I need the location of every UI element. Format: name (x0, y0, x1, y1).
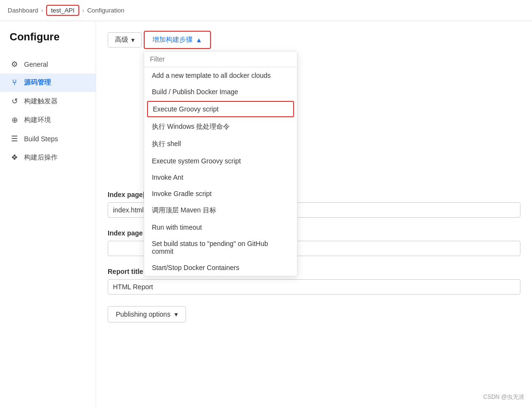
add-step-arrow-icon: ▲ (196, 36, 202, 44)
content-area: 高级 ▾ 增加构建步骤 ▲ Add a new template to all … (96, 21, 532, 407)
dropdown-item[interactable]: Execute Groovy script (147, 101, 294, 117)
dropdown-item[interactable]: Set build status to "pending" on GitHub … (144, 235, 297, 259)
watermark: CSDN @虫无涯 (483, 393, 524, 401)
breadcrumb: Dashboard › test_API › Configuration (0, 0, 532, 21)
advanced-button[interactable]: 高级 ▾ (108, 32, 142, 48)
add-step-button[interactable]: 增加构建步骤 ▲ (144, 31, 211, 49)
dropdown-item[interactable]: Add a new template to all docker clouds (144, 67, 297, 84)
dropdown-item[interactable]: 执行 Windows 批处理命令 (144, 118, 297, 136)
dropdown-item[interactable]: Build / Publish Docker Image (144, 84, 297, 100)
sidebar-title: Configure (0, 31, 96, 55)
publishing-options-button[interactable]: Publishing options ▾ (108, 306, 186, 322)
breadcrumb-sep1: › (41, 7, 43, 14)
dropdown-item[interactable]: Invoke Gradle script (144, 185, 297, 202)
general-icon: ⚙ (10, 60, 19, 69)
advanced-label: 高级 (115, 36, 128, 44)
sidebar-item-post-build[interactable]: ❖ 构建后操作 (0, 148, 96, 167)
add-step-label: 增加构建步骤 (152, 36, 193, 44)
sidebar-label-environment: 构建环境 (24, 116, 51, 124)
environment-icon: ⊕ (10, 115, 19, 124)
dropdown-item[interactable]: Start/Stop Docker Containers (144, 259, 297, 276)
source-icon: ⑂ (10, 78, 19, 87)
report-title-input[interactable] (108, 279, 520, 295)
sidebar-item-source[interactable]: ⑂ 源码管理 (0, 74, 96, 92)
chevron-down-icon: ▾ (131, 36, 135, 44)
dropdown-item[interactable]: 调用顶层 Maven 目标 (144, 202, 297, 219)
publishing-options-label: Publishing options (116, 310, 171, 318)
triggers-icon: ↺ (10, 97, 19, 106)
breadcrumb-sep2: › (82, 7, 84, 14)
dropdown-item[interactable]: Run with timeout (144, 219, 297, 235)
sidebar-label-source: 源码管理 (24, 78, 51, 87)
sidebar-item-triggers[interactable]: ↺ 构建触发器 (0, 92, 96, 111)
sidebar-item-build-steps[interactable]: ☰ Build Steps (0, 129, 96, 148)
sidebar-item-general[interactable]: ⚙ General (0, 55, 96, 74)
dropdown-item[interactable]: 执行 shell (144, 136, 297, 153)
breadcrumb-configuration: Configuration (87, 7, 124, 14)
dropdown-filter-input[interactable] (144, 51, 297, 67)
build-step-dropdown: Add a new template to all docker cloudsB… (144, 51, 297, 276)
breadcrumb-dashboard[interactable]: Dashboard (8, 7, 38, 14)
add-step-container: 增加构建步骤 ▲ Add a new template to all docke… (144, 31, 211, 51)
sidebar-item-environment[interactable]: ⊕ 构建环境 (0, 111, 96, 129)
breadcrumb-api[interactable]: test_API (46, 5, 79, 16)
sidebar-label-post-build: 构建后操作 (24, 153, 58, 162)
dropdown-item[interactable]: Execute system Groovy script (144, 153, 297, 169)
post-build-icon: ❖ (10, 153, 19, 162)
dropdown-item[interactable]: Invoke Ant (144, 169, 297, 185)
sidebar-label-triggers: 构建触发器 (24, 97, 58, 106)
sidebar: Configure ⚙ General⑂ 源码管理↺ 构建触发器⊕ 构建环境☰ … (0, 21, 96, 407)
sidebar-label-general: General (24, 61, 48, 68)
sidebar-label-build-steps: Build Steps (24, 135, 58, 143)
publishing-chevron-icon: ▾ (174, 310, 178, 318)
build-steps-icon: ☰ (10, 134, 19, 143)
